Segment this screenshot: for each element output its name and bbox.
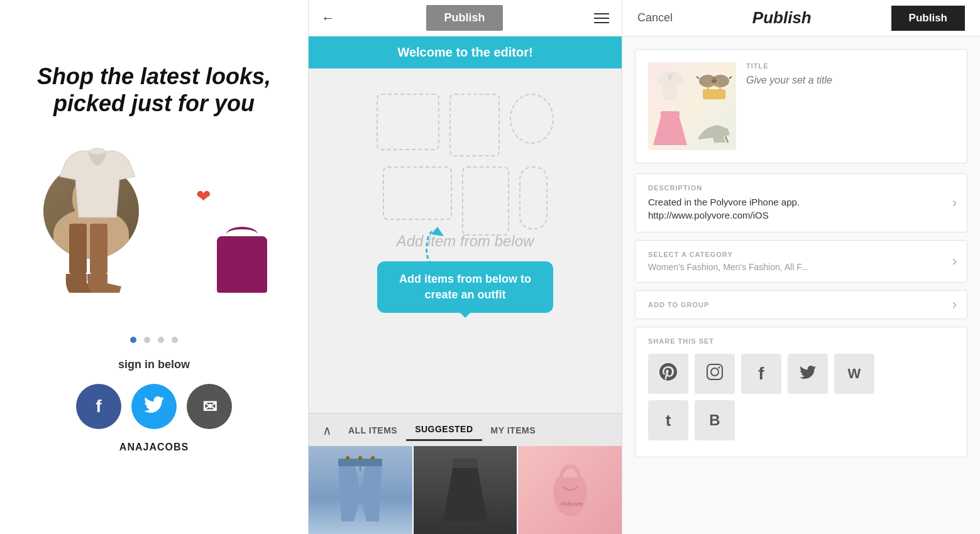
add-group-label: ADD TO GROUP <box>648 301 954 308</box>
share-label: SHARE THIS SET <box>648 337 954 345</box>
hamburger-menu-button[interactable] <box>594 13 609 23</box>
blogger-share-button[interactable]: B <box>695 400 735 440</box>
set-title-input[interactable] <box>746 75 954 86</box>
publish-button-right[interactable]: Publish <box>891 6 965 31</box>
category-label: SELECT A CATEGORY <box>648 251 954 258</box>
title-label: TITLE <box>746 62 954 70</box>
svg-marker-2 <box>431 227 444 236</box>
pinterest-share-button[interactable] <box>648 354 688 394</box>
facebook-share-icon: f <box>758 364 764 384</box>
hamburger-line-1 <box>594 13 609 14</box>
sweater-item <box>53 142 141 224</box>
category-row[interactable]: SELECT A CATEGORY Women's Fashion, Men's… <box>635 240 967 283</box>
tab-toggle-button[interactable]: ∧ <box>315 423 339 438</box>
sign-in-label: sign in below <box>118 358 190 371</box>
set-preview-card: TITLE <box>635 49 967 163</box>
dashed-bag-item <box>510 94 554 144</box>
item-thumb-skirt[interactable] <box>414 446 517 534</box>
set-thumbnail <box>648 62 736 150</box>
tagline: Shop the latest looks,picked just for yo… <box>37 63 271 117</box>
svg-rect-8 <box>453 459 478 468</box>
category-placeholder: Women's Fashion, Men's Fashion, All F... <box>648 262 954 272</box>
twitter-share-button[interactable] <box>788 354 828 394</box>
svg-rect-1 <box>90 224 107 274</box>
dashed-pants-item <box>462 166 509 236</box>
left-panel: Shop the latest looks,picked just for yo… <box>0 0 308 534</box>
welcome-banner: Welcome to the editor! <box>309 36 622 68</box>
thumb-skirt <box>648 106 692 150</box>
social-buttons-group: f ✉ <box>76 384 232 429</box>
username-label: ANAJACOBS <box>119 442 189 453</box>
description-row[interactable]: DESCRIPTION Created in the Polyvore iPho… <box>635 173 967 232</box>
share-section: SHARE THIS SET <box>635 327 967 457</box>
svg-rect-15 <box>703 89 725 99</box>
mail-icon: ✉ <box>202 396 217 417</box>
add-to-group-row[interactable]: ADD TO GROUP <box>635 290 967 319</box>
dashed-row-2 <box>383 166 548 236</box>
tab-suggested[interactable]: SUGGESTED <box>406 419 482 441</box>
svg-point-20 <box>718 366 720 368</box>
set-info: TITLE <box>746 62 954 86</box>
tab-my-items[interactable]: MY ITEMS <box>482 420 544 440</box>
twitter-share-icon <box>800 364 816 384</box>
twitter-icon <box>144 396 164 417</box>
tumblr-share-button[interactable]: t <box>648 400 688 440</box>
svg-line-13 <box>696 77 699 79</box>
hamburger-line-3 <box>594 22 609 23</box>
blogger-icon: B <box>709 411 720 429</box>
svg-point-6 <box>358 456 362 460</box>
thumb-top <box>648 62 692 106</box>
svg-point-19 <box>711 368 718 376</box>
item-thumb-jeans[interactable] <box>309 446 412 534</box>
middle-panel: ← Publish Welcome to the editor! Ad <box>308 0 622 534</box>
share-icons-row-2: t B <box>648 400 954 440</box>
dashed-bottle-item <box>519 166 548 229</box>
svg-point-7 <box>371 456 375 460</box>
facebook-signin-button[interactable]: f <box>76 384 121 429</box>
heart-icon: ❤ <box>196 186 211 207</box>
dashed-row-1 <box>377 94 554 156</box>
publish-button-middle[interactable]: Publish <box>426 5 502 31</box>
dot-2[interactable] <box>144 337 150 343</box>
dashed-top-item <box>377 94 439 150</box>
thumb-heels <box>692 106 736 150</box>
facebook-share-button[interactable]: f <box>741 354 781 394</box>
dot-3[interactable] <box>158 337 164 343</box>
publish-heading: Publish <box>752 8 812 28</box>
dot-4[interactable] <box>172 337 178 343</box>
tumblr-icon: t <box>666 411 671 430</box>
back-button[interactable]: ← <box>321 10 335 26</box>
tab-all-items[interactable]: ALL ITEMS <box>339 420 406 440</box>
wordpress-share-button[interactable]: W <box>834 354 874 394</box>
email-signin-button[interactable]: ✉ <box>187 384 232 429</box>
middle-header: ← Publish <box>309 0 622 36</box>
tooltip-text: Add items from below to create an outfit <box>399 273 531 301</box>
svg-rect-16 <box>661 111 680 117</box>
wordpress-icon: W <box>848 366 861 382</box>
hero-image: ❤ <box>41 136 267 312</box>
description-value: Created in the Polyvore iPhone app.http:… <box>648 195 954 222</box>
item-thumb-bag[interactable]: Polyvore <box>518 446 622 534</box>
svg-line-14 <box>729 77 732 79</box>
svg-rect-18 <box>707 364 722 379</box>
page-dots <box>130 337 178 343</box>
twitter-signin-button[interactable] <box>131 384 177 429</box>
right-content: TITLE DESCRIPTION Created in the Polyvor… <box>622 36 980 534</box>
share-icons-row-1: f W <box>648 354 954 394</box>
instagram-icon <box>706 363 724 385</box>
dashed-shirt-item <box>383 166 452 220</box>
cancel-button[interactable]: Cancel <box>637 11 673 25</box>
canvas-placeholder: Add item from below <box>309 68 622 413</box>
instagram-share-button[interactable] <box>695 354 735 394</box>
svg-point-5 <box>346 456 350 460</box>
boots-item <box>60 224 123 305</box>
pinterest-icon <box>659 363 677 385</box>
svg-text:Polyvore: Polyvore <box>561 501 583 507</box>
facebook-icon: f <box>96 396 101 417</box>
item-tabs-bar: ∧ ALL ITEMS SUGGESTED MY ITEMS <box>309 413 622 446</box>
dashed-dress-item <box>449 94 500 156</box>
items-grid: Polyvore <box>309 446 622 534</box>
svg-rect-0 <box>69 224 87 274</box>
svg-line-17 <box>725 136 728 143</box>
dot-1[interactable] <box>130 337 136 343</box>
